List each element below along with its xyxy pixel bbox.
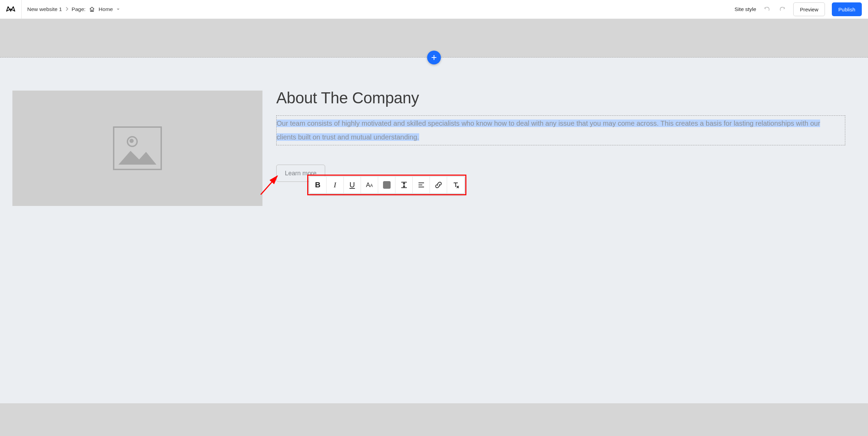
rich-text-toolbar: B I U AA: [309, 176, 465, 194]
breadcrumb: New website 1 Page: Home: [27, 6, 120, 12]
image-placeholder[interactable]: [12, 91, 262, 206]
section-heading[interactable]: About The Company: [276, 89, 845, 107]
redo-icon[interactable]: [778, 5, 786, 13]
color-swatch-icon: [383, 181, 391, 189]
chevron-right-icon: [65, 6, 68, 12]
text-column: About The Company Our team consists of h…: [276, 91, 856, 403]
site-style-button[interactable]: Site style: [735, 6, 756, 12]
paragraph-text[interactable]: Our team consists of highly motivated an…: [277, 117, 841, 144]
undo-icon[interactable]: [763, 5, 771, 13]
svg-line-3: [261, 176, 277, 195]
empty-section-bottom: [0, 403, 868, 436]
page-name[interactable]: Home: [99, 6, 113, 12]
link-button[interactable]: [430, 177, 447, 193]
chevron-down-icon[interactable]: [116, 8, 120, 11]
home-icon: [89, 6, 95, 12]
underline-button[interactable]: U: [344, 177, 361, 193]
page-label: Page:: [72, 6, 86, 12]
italic-button[interactable]: I: [327, 177, 344, 193]
line-height-button[interactable]: [395, 177, 413, 193]
logo-icon[interactable]: [6, 0, 22, 19]
clear-format-button[interactable]: [447, 177, 464, 193]
selected-text: Our team consists of highly motivated an…: [277, 120, 820, 141]
main-section: About The Company Our team consists of h…: [0, 58, 868, 403]
paragraph-editor[interactable]: Our team consists of highly motivated an…: [276, 115, 845, 145]
svg-point-2: [130, 139, 134, 143]
align-button[interactable]: [413, 177, 430, 193]
preview-button[interactable]: Preview: [793, 2, 825, 16]
top-toolbar: New website 1 Page: Home Site style Prev…: [0, 0, 868, 19]
add-section-button[interactable]: [427, 51, 441, 64]
font-size-button[interactable]: AA: [361, 177, 378, 193]
right-tools: Site style Preview Publish: [735, 2, 862, 16]
annotation-highlight-box: B I U AA: [307, 175, 466, 195]
publish-button[interactable]: Publish: [832, 2, 862, 16]
text-color-button[interactable]: [378, 177, 395, 193]
bold-button[interactable]: B: [309, 177, 327, 193]
site-name[interactable]: New website 1: [27, 6, 62, 12]
editor-canvas: About The Company Our team consists of h…: [0, 19, 868, 436]
